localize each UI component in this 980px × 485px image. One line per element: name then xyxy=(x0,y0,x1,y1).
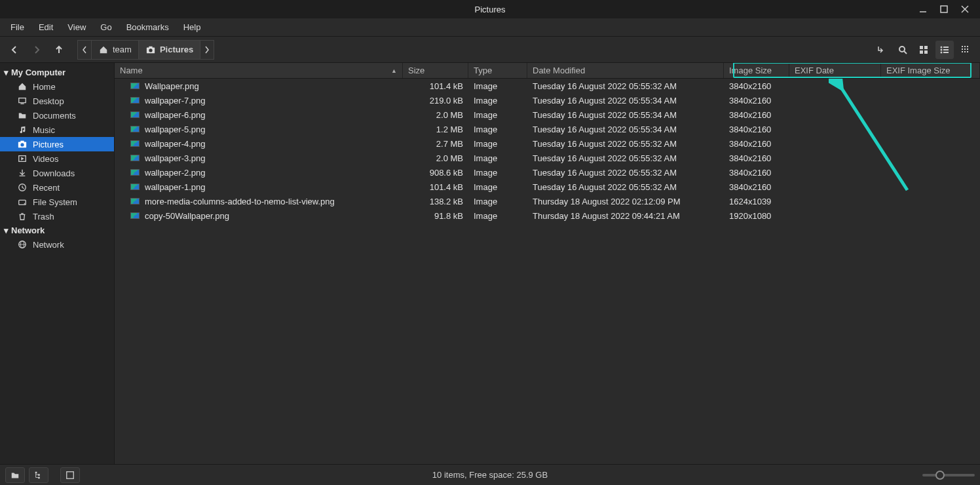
file-date: Tuesday 16 August 2022 05:55:32 AM xyxy=(527,153,724,163)
forward-button[interactable] xyxy=(28,41,46,59)
window-title: Pictures xyxy=(475,5,506,14)
close-button[interactable] xyxy=(960,5,970,14)
sidebar-item-label: Home xyxy=(33,82,56,92)
file-name: copy-50Wallpaper.png xyxy=(145,211,229,221)
path-segment-pictures[interactable]: Pictures xyxy=(139,40,200,60)
sidebar-item-label: Pictures xyxy=(33,140,64,149)
path-next-button[interactable] xyxy=(200,40,214,60)
list-view-button[interactable] xyxy=(935,41,954,59)
file-row[interactable]: Wallpaper.png101.4 kBImageTuesday 16 Aug… xyxy=(115,79,980,93)
menu-help[interactable]: Help xyxy=(177,20,208,35)
menu-view[interactable]: View xyxy=(61,20,92,35)
path-segment-team[interactable]: team xyxy=(92,40,139,60)
file-size: 219.0 kB xyxy=(403,96,468,106)
svg-rect-11 xyxy=(920,50,923,54)
file-name: wallpaper-5.png xyxy=(145,125,206,134)
show-hidden-button[interactable] xyxy=(60,467,80,483)
places-toggle-button[interactable] xyxy=(5,467,25,483)
sidebar-item-downloads[interactable]: Downloads xyxy=(0,166,114,180)
file-date: Tuesday 16 August 2022 05:55:34 AM xyxy=(527,110,724,120)
column-header-exif-image-size[interactable]: EXIF Image Size xyxy=(881,63,980,78)
sidebar-item-music[interactable]: Music xyxy=(0,123,114,137)
menu-bookmarks[interactable]: Bookmarks xyxy=(120,20,176,35)
file-type: Image xyxy=(468,168,527,178)
file-type: Image xyxy=(468,211,527,221)
column-header-size[interactable]: Size xyxy=(403,63,468,78)
sidebar-item-documents[interactable]: Documents xyxy=(0,108,114,123)
toggle-location-button[interactable] xyxy=(873,41,891,59)
image-file-icon xyxy=(130,111,140,118)
file-image-size: 1920x1080 xyxy=(724,211,789,221)
svg-point-13 xyxy=(941,46,943,48)
svg-rect-14 xyxy=(943,47,949,48)
column-header-name[interactable]: Name xyxy=(115,63,403,78)
column-header-date-modified[interactable]: Date Modified xyxy=(527,63,724,78)
file-row[interactable]: wallpaper-4.png2.7 MBImageTuesday 16 Aug… xyxy=(115,136,980,151)
sidebar-item-home[interactable]: Home xyxy=(0,79,114,94)
sidebar-item-label: Trash xyxy=(33,212,54,222)
file-type: Image xyxy=(468,81,527,91)
sidebar-item-network[interactable]: Network xyxy=(0,237,114,252)
file-row[interactable]: wallpaper-3.png2.0 MBImageTuesday 16 Aug… xyxy=(115,151,980,165)
svg-rect-6 xyxy=(149,46,152,48)
svg-rect-32 xyxy=(20,141,24,143)
file-image-size: 3840x2160 xyxy=(724,96,789,106)
sidebar-group-header[interactable]: ▾Network xyxy=(0,223,114,237)
menu-file[interactable]: File xyxy=(4,20,31,35)
search-button[interactable] xyxy=(894,41,912,59)
path-prev-button[interactable] xyxy=(77,40,92,60)
file-date: Tuesday 16 August 2022 05:55:32 AM xyxy=(527,81,724,91)
zoom-thumb[interactable] xyxy=(935,471,945,480)
sidebar-item-label: File System xyxy=(33,197,77,207)
sidebar-item-pictures[interactable]: Pictures xyxy=(0,137,114,151)
file-list: Wallpaper.png101.4 kBImageTuesday 16 Aug… xyxy=(115,79,980,464)
file-row[interactable]: copy-50Wallpaper.png91.8 kBImageThursday… xyxy=(115,208,980,223)
file-name: wallpaper-3.png xyxy=(145,153,206,163)
compact-view-button[interactable] xyxy=(956,41,975,59)
file-type: Image xyxy=(468,110,527,120)
menu-edit[interactable]: Edit xyxy=(32,20,60,35)
column-header-type[interactable]: Type xyxy=(468,63,527,78)
treeview-toggle-button[interactable] xyxy=(29,467,48,483)
menu-go[interactable]: Go xyxy=(94,20,118,35)
file-type: Image xyxy=(468,182,527,192)
sidebar-item-videos[interactable]: Videos xyxy=(0,151,114,166)
file-image-size: 1624x1039 xyxy=(724,197,789,206)
file-row[interactable]: wallpaper-7.png219.0 kBImageTuesday 16 A… xyxy=(115,93,980,107)
file-date: Tuesday 16 August 2022 05:55:34 AM xyxy=(527,96,724,106)
minimize-button[interactable] xyxy=(918,5,928,14)
svg-point-17 xyxy=(941,51,943,53)
sidebar-item-file-system[interactable]: File System xyxy=(0,195,114,209)
file-date: Thursday 18 August 2022 09:44:21 AM xyxy=(527,211,724,221)
file-date: Tuesday 16 August 2022 05:55:32 AM xyxy=(527,168,724,178)
sidebar-item-trash[interactable]: Trash xyxy=(0,209,114,223)
back-button[interactable] xyxy=(5,41,24,59)
sidebar-group-header[interactable]: ▾My Computer xyxy=(0,66,114,79)
svg-rect-27 xyxy=(967,51,968,52)
file-name: wallpaper-2.png xyxy=(145,168,206,178)
svg-rect-10 xyxy=(924,46,928,49)
svg-rect-41 xyxy=(35,471,37,473)
svg-rect-12 xyxy=(924,50,928,54)
zoom-slider[interactable] xyxy=(922,474,975,476)
svg-rect-28 xyxy=(19,98,26,103)
folder-icon xyxy=(17,110,28,121)
file-row[interactable]: wallpaper-6.png2.0 MBImageTuesday 16 Aug… xyxy=(115,107,980,122)
file-row[interactable]: more-media-columns-added-to-nemo-list-vi… xyxy=(115,194,980,208)
file-image-size: 3840x2160 xyxy=(724,125,789,134)
svg-rect-1 xyxy=(941,6,947,12)
chevron-down-icon: ▾ xyxy=(4,68,9,77)
sidebar-item-desktop[interactable]: Desktop xyxy=(0,94,114,108)
maximize-button[interactable] xyxy=(939,5,949,14)
column-header-image-size[interactable]: Image Size xyxy=(724,63,789,78)
file-row[interactable]: wallpaper-2.png908.6 kBImageTuesday 16 A… xyxy=(115,165,980,180)
up-button[interactable] xyxy=(50,41,68,59)
icon-view-button[interactable] xyxy=(914,41,933,59)
column-header-exif-date[interactable]: EXIF Date xyxy=(789,63,881,78)
file-row[interactable]: wallpaper-1.png101.4 kBImageTuesday 16 A… xyxy=(115,180,980,194)
file-row[interactable]: wallpaper-5.png1.2 MBImageTuesday 16 Aug… xyxy=(115,122,980,136)
file-size: 91.8 kB xyxy=(403,211,468,221)
file-size: 138.2 kB xyxy=(403,197,468,206)
sidebar-item-recent[interactable]: Recent xyxy=(0,180,114,195)
image-file-icon xyxy=(130,184,140,190)
